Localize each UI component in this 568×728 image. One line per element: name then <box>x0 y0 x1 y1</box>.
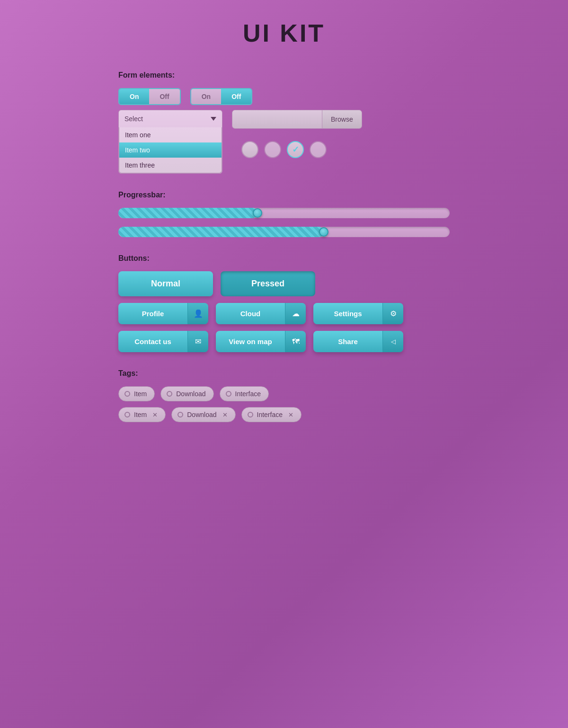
radio-disabled-1[interactable] <box>264 141 281 158</box>
tag-label: Interface <box>235 390 261 398</box>
contactus-button[interactable]: Contact us <box>118 331 187 352</box>
tag-download-1[interactable]: Download <box>160 386 213 401</box>
tag-close-icon[interactable]: ✕ <box>222 411 228 418</box>
normal-button[interactable]: Normal <box>118 271 213 296</box>
settings-button[interactable]: Settings <box>313 303 382 324</box>
tag-label: Download <box>187 411 216 418</box>
select-header[interactable]: Select <box>119 110 222 127</box>
cloud-button[interactable]: Cloud <box>216 303 285 324</box>
tags-label: Tags: <box>118 369 450 378</box>
person-icon: 👤 <box>194 309 203 318</box>
select-option-3[interactable]: Item three <box>119 158 222 173</box>
toggle-off-2[interactable]: Off <box>221 89 251 104</box>
tag-close-icon[interactable]: ✕ <box>152 411 158 418</box>
share-icon-button[interactable]: ◁ <box>382 331 403 352</box>
contactus-icon-button[interactable]: ✉ <box>187 331 208 352</box>
toggle-on-2[interactable]: On <box>191 89 221 104</box>
select-option-2[interactable]: Item two <box>119 142 222 158</box>
radio-checked-1[interactable] <box>287 141 304 158</box>
form-elements-label: Form elements: <box>118 71 450 80</box>
progressbar-label: Progressbar: <box>118 191 450 199</box>
btn-row-2: Profile 👤 Cloud ☁ Settings ⚙ <box>118 303 450 324</box>
tag-label: Interface <box>257 411 283 418</box>
contactus-button-group: Contact us ✉ <box>118 331 208 352</box>
profile-button-group: Profile 👤 <box>118 303 208 324</box>
btn-row-3: Contact us ✉ View on map 🗺 Share ◁ <box>118 331 450 352</box>
btn-row-1: Normal Pressed <box>118 271 450 296</box>
page-title: UI KIT <box>118 19 450 47</box>
radio-group <box>241 141 362 158</box>
tag-item-2[interactable]: Item ✕ <box>118 407 166 422</box>
cloud-icon: ☁ <box>292 309 300 318</box>
browse-button[interactable]: Browse <box>322 110 362 128</box>
tag-dot-icon <box>124 391 130 397</box>
share-button[interactable]: Share <box>313 331 382 352</box>
envelope-icon: ✉ <box>195 337 201 346</box>
form-elements-section: Form elements: On Off On Off Select <box>118 71 450 174</box>
select-container: Select Item one Item two Item three <box>118 110 222 174</box>
radio-unchecked-1[interactable] <box>241 141 258 158</box>
progress-fill-2 <box>118 227 324 237</box>
tags-section: Tags: Item Download Interface Item ✕ <box>118 369 450 422</box>
tag-dot-icon <box>167 391 172 397</box>
toggle-on-1[interactable]: On <box>119 89 149 104</box>
select-box[interactable]: Select Item one Item two Item three <box>118 110 222 174</box>
tag-dot-icon <box>248 412 253 417</box>
cloud-icon-button[interactable]: ☁ <box>285 303 306 324</box>
progress-track-2[interactable] <box>118 227 450 237</box>
viewonmap-icon-button[interactable]: 🗺 <box>285 331 306 352</box>
buttons-label: Buttons: <box>118 254 450 263</box>
profile-button[interactable]: Profile <box>118 303 187 324</box>
tag-interface-2[interactable]: Interface ✕ <box>241 407 302 422</box>
select-option-1[interactable]: Item one <box>119 127 222 142</box>
select-dropdown: Item one Item two Item three <box>119 127 222 173</box>
select-value: Select <box>124 115 143 123</box>
chevron-down-icon <box>211 117 216 121</box>
form-controls-row: Select Item one Item two Item three Brow… <box>118 110 450 174</box>
viewonmap-button[interactable]: View on map <box>216 331 285 352</box>
toggle-off-1[interactable]: Off <box>149 89 179 104</box>
tag-row-1: Item Download Interface <box>118 386 450 401</box>
progress-thumb-2 <box>319 227 328 237</box>
tag-row-2: Item ✕ Download ✕ Interface ✕ <box>118 407 450 422</box>
share-button-group: Share ◁ <box>313 331 403 352</box>
gear-icon: ⚙ <box>390 309 397 318</box>
profile-icon-button[interactable]: 👤 <box>187 303 208 324</box>
map-icon: 🗺 <box>292 337 300 346</box>
toggle-switch-1: On Off <box>118 88 181 105</box>
progress-thumb-1 <box>253 208 262 218</box>
toggle-switch-2: On Off <box>190 88 253 105</box>
tag-label: Item <box>134 411 147 418</box>
tag-download-2[interactable]: Download ✕ <box>171 407 235 422</box>
settings-button-group: Settings ⚙ <box>313 303 403 324</box>
share-icon: ◁ <box>391 338 396 345</box>
tag-dot-icon <box>178 412 183 417</box>
tag-label: Download <box>176 390 205 398</box>
tag-interface-1[interactable]: Interface <box>220 386 269 401</box>
progress-track-1[interactable] <box>118 208 450 218</box>
progressbar-section: Progressbar: <box>118 191 450 237</box>
tag-close-icon[interactable]: ✕ <box>288 411 293 418</box>
tag-item-1[interactable]: Item <box>118 386 155 401</box>
pressed-button[interactable]: Pressed <box>221 271 315 296</box>
viewonmap-button-group: View on map 🗺 <box>216 331 306 352</box>
tag-label: Item <box>134 390 147 398</box>
tag-dot-icon <box>226 391 231 397</box>
file-input-group: Browse <box>232 110 362 129</box>
buttons-section: Buttons: Normal Pressed Profile 👤 Cloud … <box>118 254 450 352</box>
settings-icon-button[interactable]: ⚙ <box>382 303 403 324</box>
file-text-field[interactable] <box>232 110 322 128</box>
progress-fill-1 <box>118 208 257 218</box>
cloud-button-group: Cloud ☁ <box>216 303 306 324</box>
tag-dot-icon <box>124 412 130 417</box>
radio-disabled-2[interactable] <box>310 141 327 158</box>
toggle-group: On Off On Off <box>118 88 450 105</box>
